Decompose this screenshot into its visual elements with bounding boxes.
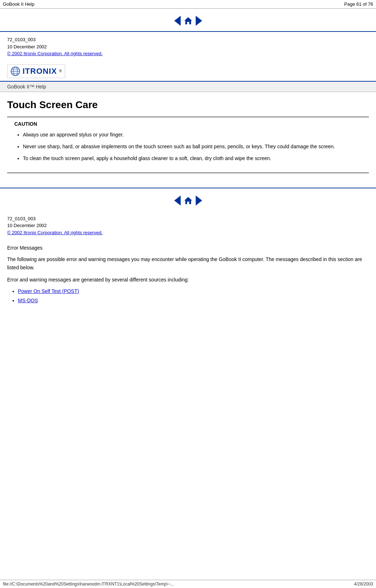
svg-marker-7 — [184, 197, 192, 204]
nav-home-icon-top[interactable] — [184, 16, 193, 25]
error-list-item-2: MS-DOS — [18, 298, 369, 303]
copyright-link-bottom[interactable]: © 2002 Itronix Corporation. All rights r… — [7, 230, 103, 235]
logo-section: ITRONIX® — [0, 62, 376, 81]
app-title: GoBook II Help — [3, 1, 34, 7]
meta-section-top: 72_0103_003 10 December 2002 © 2002 Itro… — [0, 32, 376, 62]
logo-reg-symbol: ® — [59, 69, 62, 73]
error-links-list: Power On Self Test (POST) MS-DOS — [7, 288, 369, 303]
doc-id-top: 72_0103_003 — [7, 36, 369, 43]
nav-section-top — [0, 9, 376, 32]
nav-arrows-top — [0, 16, 376, 26]
footer-path: file://C:\Documents%20and%20Settings\har… — [3, 582, 174, 587]
error-section: Error Messages The following are possibl… — [0, 240, 376, 310]
footer-bar: file://C:\Documents%20and%20Settings\har… — [0, 580, 376, 588]
post-link[interactable]: Power On Self Test (POST) — [18, 288, 79, 294]
error-intro-1: The following are possible error and war… — [7, 255, 369, 271]
caution-label: CAUTION — [14, 121, 362, 127]
doc-date-bottom: 10 December 2002 — [7, 222, 369, 229]
doc-id-bottom: 72_0103_003 — [7, 215, 369, 222]
svg-point-6 — [11, 67, 20, 76]
page-info: Page 61 of 76 — [344, 1, 373, 7]
nav-back-arrow-top[interactable] — [174, 16, 181, 26]
meta-section-bottom: 72_0103_003 10 December 2002 © 2002 Itro… — [0, 211, 376, 241]
nav-section-bottom — [0, 188, 376, 211]
caution-list: Always use an approved stylus or your fi… — [14, 131, 362, 162]
header-label: GoBook II™ Help — [7, 84, 46, 90]
logo-globe-icon — [10, 66, 20, 76]
nav-back-arrow-bottom[interactable] — [174, 196, 181, 206]
top-bar: GoBook II Help Page 61 of 76 — [0, 0, 376, 9]
footer-date: 4/28/2003 — [354, 582, 373, 587]
page-title: Touch Screen Care — [7, 99, 369, 111]
caution-box: CAUTION Always use an approved stylus or… — [7, 116, 369, 173]
caution-item-1: Always use an approved stylus or your fi… — [23, 131, 362, 139]
copyright-link-top[interactable]: © 2002 Itronix Corporation. All rights r… — [7, 51, 103, 56]
svg-marker-0 — [184, 17, 192, 24]
header-bar: GoBook II™ Help — [0, 81, 376, 92]
error-intro-2: Error and warning messages are generated… — [7, 276, 369, 284]
msdos-link[interactable]: MS-DOS — [18, 298, 38, 303]
main-content: Touch Screen Care CAUTION Always use an … — [0, 92, 376, 184]
caution-item-2: Never use sharp, hard, or abrasive imple… — [23, 143, 362, 150]
nav-arrows-bottom — [0, 196, 376, 206]
error-heading: Error Messages — [7, 244, 369, 252]
caution-item-3: To clean the touch screen panel, apply a… — [23, 155, 362, 162]
doc-date-top: 10 December 2002 — [7, 43, 369, 50]
nav-forward-arrow-bottom[interactable] — [196, 196, 202, 206]
nav-forward-arrow-top[interactable] — [196, 16, 202, 26]
error-list-item-1: Power On Self Test (POST) — [18, 288, 369, 294]
logo-box: ITRONIX® — [7, 64, 65, 78]
nav-home-icon-bottom[interactable] — [184, 196, 193, 205]
logo-brand-text: ITRONIX — [23, 67, 57, 76]
